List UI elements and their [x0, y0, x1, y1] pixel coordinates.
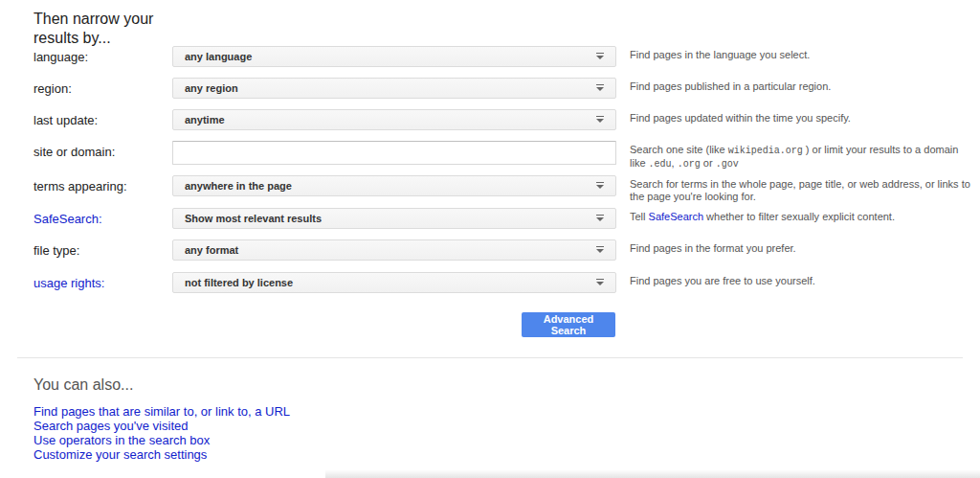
language-hint: Find pages in the language you select. — [630, 49, 972, 61]
dropdown-arrow-icon — [596, 185, 604, 189]
usage-rights-hint: Find pages you are free to use yourself. — [630, 275, 972, 287]
file-type-hint-text: Find pages in the format you prefer. — [630, 242, 796, 254]
terms-appearing-select-value: anywhere in the page — [185, 180, 292, 192]
dropdown-arrow-icon — [596, 87, 604, 91]
section-divider — [17, 357, 963, 358]
also-link-0[interactable]: Find pages that are similar to, or link … — [33, 404, 290, 419]
terms-appearing-label: terms appearing: — [33, 179, 127, 193]
site-or-domain-label: site or domain: — [33, 145, 115, 159]
advanced-search-button[interactable]: Advanced Search — [522, 312, 615, 337]
safesearch-label-link[interactable]: SafeSearch: — [33, 212, 102, 226]
filter-row-safesearch: SafeSearch:Show most relevant resultsTel… — [0, 208, 980, 233]
site-or-domain-input[interactable] — [172, 141, 616, 165]
filter-row-usage-rights: usage rights:not filtered by licenseFind… — [0, 272, 980, 297]
usage-rights-hint-text: Find pages you are free to use yourself. — [630, 275, 815, 286]
filter-row-region: region:any regionFind pages published in… — [0, 78, 980, 102]
last-update-label: last update: — [33, 113, 98, 127]
also-link-1[interactable]: Search pages you've visited — [33, 419, 290, 433]
last-update-select[interactable]: anytime — [172, 109, 616, 130]
last-update-hint-text: Find pages updated within the time you s… — [630, 112, 851, 124]
site-or-domain-hint-text: .org — [678, 159, 701, 170]
file-type-select-value: any format — [185, 244, 238, 256]
region-select-value: any region — [185, 82, 238, 94]
terms-appearing-hint-text: Search for terms in the whole page, page… — [630, 178, 970, 202]
site-or-domain-hint-text: wikipedia.org — [728, 146, 803, 156]
also-links: Find pages that are similar to, or link … — [33, 404, 290, 462]
also-link-2[interactable]: Use operators in the search box — [33, 433, 290, 447]
site-or-domain-hint-text: or — [701, 157, 716, 169]
site-or-domain-hint-text: .edu — [649, 159, 672, 170]
language-hint-text: Find pages in the language you select. — [630, 49, 810, 60]
filter-row-last-update: last update:anytimeFind pages updated wi… — [0, 109, 980, 134]
also-section-title: You can also... — [33, 376, 133, 394]
safesearch-select-value: Show most relevant results — [185, 213, 322, 224]
region-select[interactable]: any region — [172, 78, 616, 99]
bottom-shadow — [325, 469, 980, 478]
language-select-value: any language — [185, 51, 252, 62]
terms-appearing-hint: Search for terms in the whole page, page… — [630, 178, 972, 203]
filter-row-terms-appearing: terms appearing:anywhere in the pageSear… — [0, 175, 980, 200]
dropdown-arrow-icon — [596, 119, 604, 123]
file-type-hint: Find pages in the format you prefer. — [630, 242, 972, 255]
site-or-domain-hint-text: .gov — [716, 159, 739, 170]
terms-appearing-select[interactable]: anywhere in the page — [172, 175, 616, 196]
last-update-select-value: anytime — [185, 114, 225, 125]
region-hint-text: Find pages published in a particular reg… — [630, 80, 831, 92]
file-type-label: file type: — [33, 243, 79, 258]
advanced-search-page: Then narrow your results by... language:… — [0, 0, 980, 478]
site-or-domain-hint-text: Search one site (like — [630, 144, 728, 155]
site-or-domain-hint: Search one site (like wikipedia.org ) or… — [630, 144, 972, 171]
filter-row-site-or-domain: site or domain:Search one site (like wik… — [0, 141, 980, 166]
dropdown-arrow-icon — [596, 249, 604, 253]
safesearch-hint-text: whether to filter sexually explicit cont… — [703, 211, 895, 222]
usage-rights-select[interactable]: not filtered by license — [172, 272, 616, 293]
page-title: Then narrow your results by... — [33, 10, 187, 48]
safesearch-select[interactable]: Show most relevant results — [172, 208, 616, 229]
language-label: language: — [33, 50, 88, 64]
filter-row-file-type: file type:any formatFind pages in the fo… — [0, 239, 980, 264]
dropdown-arrow-icon — [596, 56, 604, 59]
last-update-hint: Find pages updated within the time you s… — [630, 112, 972, 125]
dropdown-arrow-icon — [596, 217, 604, 221]
usage-rights-label-link[interactable]: usage rights: — [33, 276, 104, 290]
file-type-select[interactable]: any format — [172, 239, 616, 261]
language-select[interactable]: any language — [172, 46, 616, 67]
safesearch-hint-link[interactable]: SafeSearch — [649, 211, 703, 222]
also-link-3[interactable]: Customize your search settings — [33, 447, 290, 462]
safesearch-hint-text: Tell — [630, 211, 649, 222]
dropdown-arrow-icon — [596, 282, 604, 285]
usage-rights-select-value: not filtered by license — [185, 277, 293, 288]
safesearch-hint: Tell SafeSearch whether to filter sexual… — [630, 211, 972, 223]
region-hint: Find pages published in a particular reg… — [630, 80, 972, 93]
filter-row-language: language:any languageFind pages in the l… — [0, 46, 980, 71]
region-label: region: — [33, 81, 72, 96]
